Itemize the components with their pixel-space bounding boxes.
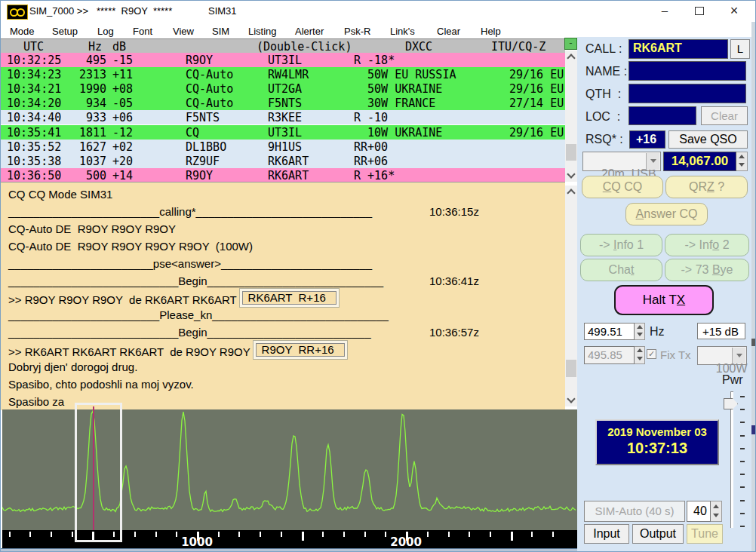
power-select[interactable]: 100W	[697, 346, 747, 365]
table-cell: UT2GA	[268, 82, 302, 96]
table-cell: 10:35:52	[7, 140, 61, 154]
message-scrollbar[interactable]	[565, 186, 577, 406]
menu-mode[interactable]: Mode	[10, 26, 35, 37]
menu-setup[interactable]: Setup	[52, 26, 78, 37]
table-row[interactable]: 10:35:411811-12CQUT3IL 10W UKRAINE29/16 …	[1, 125, 565, 140]
sim-auto-button[interactable]: SIM-Auto (40 s)	[584, 501, 685, 522]
table-row[interactable]: 10:34:232313+11CQ-AutoRW4LMR 50W EU RUSS…	[1, 67, 565, 81]
menu-link-s[interactable]: Link's	[390, 26, 415, 37]
info1-button[interactable]: -> Info 1	[580, 234, 662, 256]
title-bar: SIM_7000 >> ***** R9OY ***** SIM31 – ×	[1, 1, 756, 22]
hz-label: Hz	[650, 325, 665, 339]
tune-button[interactable]: Tune	[687, 524, 723, 544]
menu-help[interactable]: Help	[481, 26, 501, 37]
menu-listing[interactable]: Listing	[248, 26, 277, 37]
window-title: SIM_7000 >>	[29, 5, 88, 17]
message-scrollbar-thumb[interactable]	[566, 360, 576, 377]
table-cell: CQ-Auto	[186, 97, 233, 110]
save-qso-button[interactable]: Save QSO	[668, 130, 748, 149]
table-cell: 9H1US	[268, 140, 302, 154]
chevron-down-icon[interactable]	[732, 348, 745, 363]
halt-tx-button[interactable]: Halt TX	[614, 285, 714, 315]
band-mode-select[interactable]: 20m USB	[582, 152, 661, 171]
output-button[interactable]: Output	[632, 524, 684, 544]
ruler-tick	[218, 532, 220, 537]
scroll-down-icon[interactable]	[565, 169, 577, 182]
menu-psk-r[interactable]: Psk-R	[344, 26, 370, 37]
tx-frequency-marker-box[interactable]	[75, 403, 122, 542]
menu-log[interactable]: Log	[97, 26, 114, 37]
info2-button[interactable]: -> Info 2	[665, 234, 749, 256]
table-scrollbar[interactable]	[565, 51, 577, 182]
answer-cq-button[interactable]: Answer CQ	[625, 203, 708, 225]
af-gain-field[interactable]: +15 dB	[697, 323, 745, 339]
clear-button[interactable]: Clear	[701, 106, 748, 125]
sim-auto-value[interactable]: 40	[687, 501, 711, 522]
scroll-up-icon[interactable]	[565, 186, 577, 198]
table-cell: CQ-Auto	[186, 82, 233, 96]
scroll-down-icon[interactable]	[565, 394, 577, 406]
input-button[interactable]: Input	[584, 524, 629, 544]
table-row[interactable]: 10:35:521627+02DL1BBO9H1USRR+00	[1, 140, 565, 154]
name-field[interactable]	[628, 61, 746, 81]
chevron-down-icon[interactable]	[646, 153, 659, 170]
application-window: SIM_7000 >> ***** R9OY ***** SIM31 – × M…	[0, 0, 756, 552]
ruler-tick	[385, 532, 386, 537]
table-scrollbar-thumb[interactable]	[566, 144, 576, 161]
table-cell: RW4LMR	[268, 68, 309, 81]
stations-table: UTCHzdB(Double-Click)DXCCITU/CQ-Z 10:32:…	[1, 38, 565, 182]
close-button[interactable]: ×	[717, 1, 751, 22]
frequency-stepper[interactable]	[736, 152, 748, 171]
table-row[interactable]: 10:35:381037+20RZ9UFRK6ARTRR+06	[1, 154, 565, 168]
table-collapse-button[interactable]: -	[564, 38, 577, 50]
pwr-slider-tick	[740, 526, 745, 527]
maximize-button[interactable]	[682, 1, 717, 22]
minimize-button[interactable]: –	[647, 1, 682, 22]
tx-cursor-line	[93, 406, 94, 530]
table-row[interactable]: 10:34:40933+06F5NTSR3KEER -10	[1, 110, 565, 124]
menu-alerter[interactable]: Alerter	[295, 26, 324, 37]
tx-freq-stepper[interactable]	[635, 346, 645, 364]
table-cell: +20	[112, 155, 133, 168]
sim-auto-stepper[interactable]	[711, 501, 722, 522]
ruler-label: 2000	[390, 535, 422, 549]
lookup-button[interactable]: L	[730, 39, 750, 59]
chat-button[interactable]: Chat	[580, 259, 662, 281]
table-row[interactable]: 10:36:50500+14R9OYRK6ARTR +16*	[1, 168, 565, 182]
table-row[interactable]: 10:34:211990+08CQ-AutoUT2GA 50W UKRAINE2…	[1, 81, 565, 96]
qth-field[interactable]	[628, 84, 746, 103]
table-cell: 10:35:38	[7, 155, 61, 168]
table-cell: UT3IL	[268, 126, 302, 140]
table-cell: 10:34:40	[7, 111, 61, 124]
rx-freq-stepper[interactable]	[635, 323, 645, 340]
pwr-slider-tick	[740, 500, 745, 501]
ruler-tick	[343, 532, 345, 537]
cq-cq-button[interactable]: CQ CQ	[582, 176, 663, 198]
table-cell: R -10	[354, 111, 388, 124]
pwr-slider-tick	[740, 461, 745, 462]
qth-label: QTH :	[585, 87, 621, 101]
fix-tx-checkbox[interactable]: ✓	[647, 349, 656, 359]
pwr-slider-track[interactable]	[730, 391, 733, 528]
qso-text-area[interactable]: CQ CQ Mode SIM31________________________…	[1, 182, 565, 410]
ruler-tick	[238, 532, 240, 537]
rx-freq-field[interactable]: 499.51	[584, 323, 635, 340]
tx-freq-field[interactable]: 495.85	[584, 346, 635, 364]
menu-view[interactable]: View	[173, 26, 194, 37]
table-row[interactable]: 10:32:25495-15R9OYUT3ILR -18*	[1, 53, 565, 67]
table-cell: 1811	[58, 126, 106, 140]
frequency-display[interactable]: 14,067.00	[663, 152, 736, 171]
bye-73-button[interactable]: -> 73 Bye	[665, 259, 749, 281]
menu-clear[interactable]: Clear	[437, 26, 460, 37]
qrz-button[interactable]: QRZ ?	[665, 176, 748, 198]
menu-font[interactable]: Font	[133, 26, 152, 37]
table-row[interactable]: 10:34:20934-05CQ-AutoF5NTS 30W FRANCE27/…	[1, 96, 565, 110]
rsq-field[interactable]: +16	[629, 130, 665, 149]
menu-sim[interactable]: SIM	[212, 26, 229, 37]
table-cell: -15	[112, 54, 133, 67]
highlighted-report-box: R9OY RR+16	[254, 341, 347, 359]
loc-field[interactable]	[628, 106, 696, 125]
scroll-up-icon[interactable]	[565, 51, 577, 63]
ruler-tick	[490, 532, 491, 537]
call-field[interactable]: RK6ART	[628, 39, 728, 59]
